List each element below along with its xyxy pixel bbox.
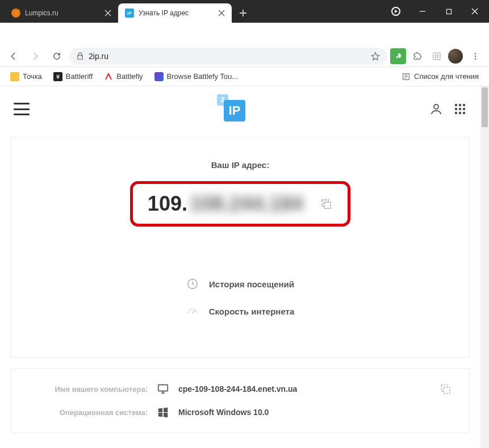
tab-title: Lumpics.ru xyxy=(25,9,100,17)
svg-rect-14 xyxy=(455,112,457,114)
bookmark-label: Battlefly xyxy=(116,72,143,81)
copy-ip-button[interactable] xyxy=(319,197,333,211)
hostname-label: Имя вашего компьютера: xyxy=(28,385,148,393)
apps-grid-button[interactable] xyxy=(453,102,467,116)
ip-address-value: 109. 108.244.184 xyxy=(148,192,303,216)
svg-point-4 xyxy=(475,55,476,56)
hostname-value: cpe-109-108-244-184.enet.vn.ua xyxy=(178,384,429,393)
reading-list-icon xyxy=(402,72,411,81)
browser-tab-lumpics[interactable]: Lumpics.ru xyxy=(5,3,118,23)
svg-rect-18 xyxy=(324,202,331,208)
bookmark-battlefy[interactable]: Browse Battlefy Tou... xyxy=(150,70,243,83)
bookmark-tochka[interactable]: Точка xyxy=(6,70,47,83)
account-button[interactable] xyxy=(429,102,443,116)
star-bookmark-icon[interactable] xyxy=(371,52,380,61)
profile-avatar[interactable] xyxy=(448,49,463,64)
os-label: Операционная система: xyxy=(28,408,148,417)
media-indicator-icon[interactable] xyxy=(391,7,400,16)
history-label: История посещений xyxy=(209,279,294,289)
bookmark-favicon-icon xyxy=(10,72,19,81)
logo-badge-ip-icon: IP xyxy=(224,100,245,122)
address-bar[interactable]: 2ip.ru xyxy=(69,48,387,65)
extension-music-icon[interactable] xyxy=(390,48,406,64)
svg-rect-0 xyxy=(446,9,451,14)
ip-card: Ваш IP адрес: 109. 108.244.184 История п… xyxy=(11,137,469,357)
tab-title: Узнать IP адрес xyxy=(139,9,214,17)
nav-forward-button[interactable] xyxy=(26,47,44,65)
favicon-lumpics-icon xyxy=(11,9,20,18)
reading-list-label: Список для чтения xyxy=(414,72,479,81)
bookmark-label: Browse Battlefy Tou... xyxy=(167,72,239,81)
scrollbar-thumb[interactable] xyxy=(482,87,488,127)
bookmark-favicon-icon: ♛ xyxy=(53,72,62,81)
browser-toolbar: 2ip.ru xyxy=(0,45,489,67)
svg-rect-10 xyxy=(463,104,465,106)
nav-back-button[interactable] xyxy=(5,47,23,65)
copy-hostname-button[interactable] xyxy=(438,382,452,396)
svg-rect-20 xyxy=(158,385,168,391)
browser-menu-button[interactable] xyxy=(466,47,484,65)
windows-icon xyxy=(157,406,169,418)
os-value: Microsoft Windows 10.0 xyxy=(178,408,452,417)
svg-rect-15 xyxy=(459,112,461,114)
bookmark-label: Точка xyxy=(23,72,42,81)
history-link[interactable]: История посещений xyxy=(186,278,294,290)
svg-point-3 xyxy=(475,53,476,54)
history-icon xyxy=(186,278,199,290)
ip-visible-part: 109. xyxy=(148,192,187,216)
monitor-icon xyxy=(157,383,169,395)
extension-generic-icon[interactable] xyxy=(429,48,445,64)
site-header: 2 IP xyxy=(0,86,480,132)
scrollbar[interactable] xyxy=(480,86,489,448)
svg-rect-13 xyxy=(463,108,465,110)
svg-point-7 xyxy=(434,104,438,109)
speed-label: Скорость интернета xyxy=(209,307,295,316)
ip-address-label: Ваш IP адрес: xyxy=(28,160,452,170)
bookmark-battleriff[interactable]: ♛ Battleriff xyxy=(49,70,97,83)
reading-list-button[interactable]: Список для чтения xyxy=(397,70,483,83)
bookmark-label: Battleriff xyxy=(66,72,93,81)
window-minimize-button[interactable] xyxy=(409,1,436,22)
new-tab-button[interactable] xyxy=(235,5,251,21)
bookmark-favicon-icon xyxy=(104,72,113,81)
speed-icon xyxy=(186,305,199,317)
svg-rect-22 xyxy=(444,387,450,393)
browser-tab-strip: Lumpics.ru IP Узнать IP адрес xyxy=(0,0,409,23)
site-logo[interactable]: 2 IP xyxy=(30,95,429,123)
details-card: Имя вашего компьютера: cpe-109-108-244-1… xyxy=(11,369,469,432)
svg-rect-16 xyxy=(463,112,465,114)
close-tab-icon[interactable] xyxy=(105,10,111,16)
ip-highlight-box: 109. 108.244.184 xyxy=(130,181,350,227)
close-tab-icon[interactable] xyxy=(218,10,225,16)
page-viewport: 2 IP Ваш IP адрес: xyxy=(0,86,489,448)
favicon-2ip-icon: IP xyxy=(125,9,134,18)
nav-reload-button[interactable] xyxy=(48,47,66,65)
extensions-puzzle-icon[interactable] xyxy=(409,48,425,64)
url-text: 2ip.ru xyxy=(89,52,108,61)
bookmarks-bar: Точка ♛ Battleriff Battlefly Browse Batt… xyxy=(0,67,489,86)
quick-links: История посещений Скорость интернета xyxy=(28,278,452,317)
bookmark-favicon-icon xyxy=(154,72,164,81)
grid-icon xyxy=(453,102,467,116)
svg-rect-12 xyxy=(459,108,461,110)
os-row: Операционная система: Microsoft Windows … xyxy=(28,406,452,418)
user-icon xyxy=(429,102,443,116)
svg-rect-1 xyxy=(433,53,440,60)
svg-rect-11 xyxy=(455,108,457,110)
speed-link[interactable]: Скорость интернета xyxy=(186,305,295,317)
svg-point-5 xyxy=(475,58,476,59)
svg-rect-9 xyxy=(459,104,461,106)
svg-rect-8 xyxy=(455,104,457,106)
svg-point-2 xyxy=(435,55,438,57)
window-maximize-button[interactable] xyxy=(436,1,462,22)
hamburger-menu-button[interactable] xyxy=(14,103,30,115)
window-close-button[interactable] xyxy=(462,1,488,22)
browser-tab-2ip[interactable]: IP Узнать IP адрес xyxy=(118,3,232,23)
lock-icon xyxy=(76,52,84,60)
hostname-row: Имя вашего компьютера: cpe-109-108-244-1… xyxy=(28,382,452,396)
ip-blurred-part: 108.244.184 xyxy=(190,192,303,216)
bookmark-battlefly[interactable]: Battlefly xyxy=(99,70,147,83)
